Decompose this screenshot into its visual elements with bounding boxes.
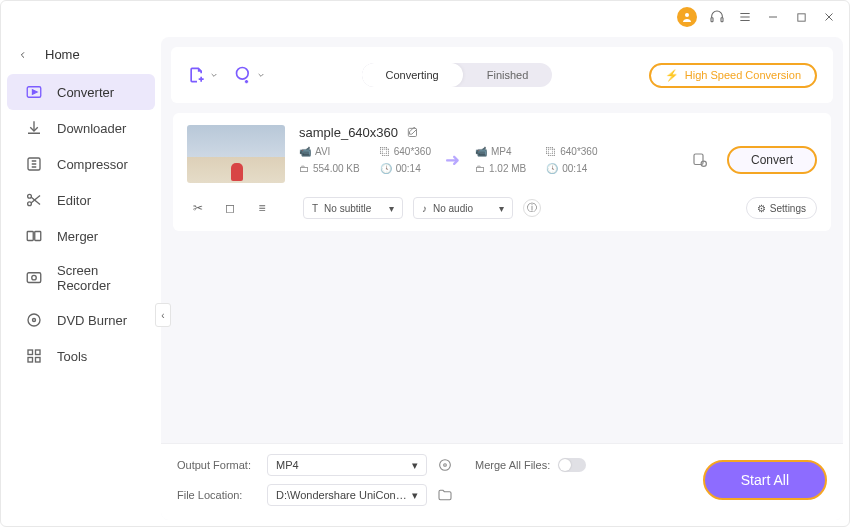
svg-rect-18 <box>35 232 41 241</box>
collapse-sidebar-handle[interactable]: ‹ <box>155 303 171 327</box>
close-icon[interactable] <box>821 9 837 25</box>
bolt-icon: ⚡ <box>665 69 679 82</box>
svg-rect-25 <box>28 358 33 363</box>
sidebar-item-label: Merger <box>57 229 98 244</box>
svg-point-27 <box>237 68 249 80</box>
maximize-icon[interactable] <box>793 9 809 25</box>
sidebar-item-tools[interactable]: Tools <box>7 338 155 374</box>
svg-rect-2 <box>721 18 723 22</box>
edit-name-icon[interactable] <box>406 126 420 140</box>
svg-rect-24 <box>36 350 41 355</box>
settings-button[interactable]: ⚙ Settings <box>746 197 817 219</box>
svg-point-22 <box>33 319 36 322</box>
add-url-button[interactable] <box>234 65 265 85</box>
sidebar-item-label: DVD Burner <box>57 313 127 328</box>
chevron-left-icon <box>19 49 27 61</box>
svg-line-16 <box>31 196 40 204</box>
compress-icon <box>25 155 43 173</box>
svg-line-15 <box>31 197 40 205</box>
arrow-right-icon: ➜ <box>439 149 467 171</box>
disc-icon <box>25 311 43 329</box>
record-icon <box>25 269 43 287</box>
svg-rect-1 <box>711 18 713 22</box>
high-speed-button[interactable]: ⚡ High Speed Conversion <box>649 63 817 88</box>
sidebar-item-converter[interactable]: Converter <box>7 74 155 110</box>
output-settings-icon[interactable] <box>437 457 453 473</box>
svg-point-32 <box>444 464 447 467</box>
svg-point-21 <box>28 314 40 326</box>
svg-point-31 <box>440 460 451 471</box>
merge-label: Merge All Files: <box>475 459 550 471</box>
audio-select[interactable]: ♪ No audio▾ <box>413 197 513 219</box>
high-speed-label: High Speed Conversion <box>685 69 801 81</box>
sidebar: Home Converter Downloader Compressor Edi… <box>1 33 161 526</box>
sidebar-item-label: Compressor <box>57 157 128 172</box>
svg-rect-7 <box>797 13 804 20</box>
video-convert-icon <box>25 83 43 101</box>
sidebar-item-label: Downloader <box>57 121 126 136</box>
sidebar-item-label: Editor <box>57 193 91 208</box>
topbar: Converting Finished ⚡ High Speed Convers… <box>171 47 833 103</box>
subtitle-select[interactable]: T No subtitle▾ <box>303 197 403 219</box>
add-file-button[interactable] <box>187 65 218 85</box>
output-format-label: Output Format: <box>177 459 257 471</box>
svg-rect-19 <box>27 273 41 283</box>
merge-icon <box>25 227 43 245</box>
user-avatar[interactable] <box>677 7 697 27</box>
file-card: sample_640x360 📹 AVI ⿻ 640*360 🗀 554.00 … <box>173 113 831 231</box>
sidebar-item-compressor[interactable]: Compressor <box>7 146 155 182</box>
tab-switch: Converting Finished <box>362 63 553 87</box>
download-icon <box>25 119 43 137</box>
main-panel: Converting Finished ⚡ High Speed Convers… <box>161 37 843 520</box>
file-location-select[interactable]: D:\Wondershare UniConverter 1▾ <box>267 484 427 506</box>
info-icon[interactable]: ⓘ <box>523 199 541 217</box>
footer: Output Format: MP4▾ Merge All Files: Fil… <box>161 443 843 520</box>
sidebar-item-label: Tools <box>57 349 87 364</box>
file-name: sample_640x360 <box>299 125 398 140</box>
svg-point-20 <box>32 275 37 280</box>
merge-toggle[interactable] <box>558 458 586 472</box>
effects-icon[interactable]: ≡ <box>251 197 273 219</box>
trim-icon[interactable]: ✂ <box>187 197 209 219</box>
svg-marker-11 <box>33 90 38 95</box>
output-settings-icon[interactable] <box>691 151 709 169</box>
sidebar-item-label: Screen Recorder <box>57 263 137 293</box>
target-meta: 📹 MP4 ⿻ 640*360 🗀 1.02 MB 🕓 00:14 <box>475 146 598 174</box>
svg-point-30 <box>701 161 706 166</box>
svg-point-0 <box>685 13 689 17</box>
svg-rect-17 <box>27 232 33 241</box>
source-meta: 📹 AVI ⿻ 640*360 🗀 554.00 KB 🕓 00:14 <box>299 146 431 174</box>
convert-button[interactable]: Convert <box>727 146 817 174</box>
svg-rect-23 <box>28 350 33 355</box>
back-home[interactable]: Home <box>1 41 161 74</box>
sidebar-item-label: Converter <box>57 85 114 100</box>
grid-icon <box>25 347 43 365</box>
sidebar-item-recorder[interactable]: Screen Recorder <box>7 254 155 302</box>
output-format-select[interactable]: MP4▾ <box>267 454 427 476</box>
tab-converting[interactable]: Converting <box>362 63 463 87</box>
video-thumbnail[interactable] <box>187 125 285 183</box>
headset-icon[interactable] <box>709 9 725 25</box>
tab-finished[interactable]: Finished <box>463 63 553 87</box>
svg-rect-26 <box>36 358 41 363</box>
menu-icon[interactable] <box>737 9 753 25</box>
open-folder-icon[interactable] <box>437 487 453 503</box>
start-all-button[interactable]: Start All <box>703 460 827 500</box>
crop-icon[interactable]: ◻ <box>219 197 241 219</box>
sidebar-item-downloader[interactable]: Downloader <box>7 110 155 146</box>
sidebar-item-merger[interactable]: Merger <box>7 218 155 254</box>
scissors-icon <box>25 191 43 209</box>
sidebar-item-dvd[interactable]: DVD Burner <box>7 302 155 338</box>
back-label: Home <box>45 47 80 62</box>
titlebar <box>1 1 849 33</box>
sidebar-item-editor[interactable]: Editor <box>7 182 155 218</box>
file-location-label: File Location: <box>177 489 257 501</box>
minimize-icon[interactable] <box>765 9 781 25</box>
